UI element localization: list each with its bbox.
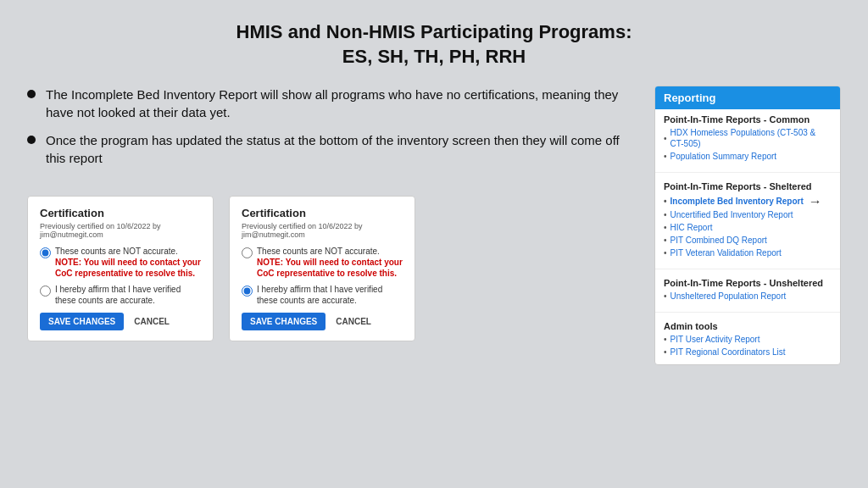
link-uncertified-bed[interactable]: Uncertified Bed Inventory Report (664, 209, 832, 220)
arrow-icon: → (809, 194, 822, 209)
link-hic[interactable]: HIC Report (664, 222, 832, 233)
cert-left-save-button[interactable]: SAVE CHANGES (40, 313, 124, 330)
title-line1: HMIS and Non-HMIS Participating Programs… (27, 20, 841, 45)
bullet-item-1: The Incomplete Bed Inventory Report will… (27, 86, 637, 121)
reporting-header: Reporting (655, 86, 840, 109)
divider-1 (655, 172, 840, 173)
link-pit-user-activity[interactable]: PIT User Activity Report (664, 334, 832, 345)
cert-right-option1-text: These counts are NOT accurate. NOTE: You… (257, 246, 403, 279)
bullet-text-2: Once the program has updated the status … (46, 131, 637, 167)
link-unsheltered-population[interactable]: Unsheltered Population Report (664, 291, 832, 302)
cert-right-option1-row: These counts are NOT accurate. NOTE: You… (242, 246, 403, 279)
bullet-list: The Incomplete Bed Inventory Report will… (27, 86, 637, 177)
cert-left-option1-note: NOTE: You will need to contact your CoC … (55, 258, 201, 278)
cert-right-option2-row: I hereby affirm that I have verified the… (242, 284, 403, 306)
divider-3 (655, 312, 840, 313)
link-hdx[interactable]: HDX Homeless Populations (CT-503 & CT-50… (664, 127, 832, 149)
content-area: The Incomplete Bed Inventory Report will… (27, 86, 841, 474)
link-incomplete-bed[interactable]: Incomplete Bed Inventory Report (664, 196, 804, 207)
section-title-sheltered: Point-In-Time Reports - Sheltered (664, 181, 832, 191)
cert-left-option1-radio[interactable] (40, 247, 51, 258)
cert-left-option2-radio[interactable] (40, 286, 51, 297)
section-title-unsheltered: Point-In-Time Reports - Unsheltered (664, 278, 832, 288)
cert-left-option1-text: These counts are NOT accurate. NOTE: You… (55, 246, 201, 279)
divider-2 (655, 269, 840, 269)
section-title-admin: Admin tools (664, 321, 832, 331)
cert-left-prev: Previously certified on 10/6/2022 by jim… (40, 222, 201, 239)
bullet-item-2: Once the program has updated the status … (27, 131, 637, 167)
bullet-dot-1 (27, 90, 36, 98)
cert-right-buttons: SAVE CHANGES CANCEL (242, 313, 403, 330)
cert-right-cancel-button[interactable]: CANCEL (332, 313, 375, 330)
link-population-summary[interactable]: Population Summary Report (664, 151, 832, 162)
cert-left-buttons: SAVE CHANGES CANCEL (40, 313, 201, 330)
cert-right-option2-radio[interactable] (242, 286, 253, 297)
bullet-text-1: The Incomplete Bed Inventory Report will… (46, 86, 637, 121)
cert-left-cancel-button[interactable]: CANCEL (131, 313, 173, 330)
cert-panels: Certification Previously certified on 10… (27, 196, 637, 341)
report-section-common: Point-In-Time Reports - Common HDX Homel… (655, 109, 840, 169)
cert-right-option1-radio[interactable] (242, 247, 253, 258)
bullet-dot-2 (27, 136, 36, 144)
reporting-sidebar: Reporting Point-In-Time Reports - Common… (654, 86, 841, 365)
cert-right-heading: Certification (242, 207, 403, 219)
link-pit-regional-coordinators[interactable]: PIT Regional Coordinators List (664, 347, 832, 358)
cert-box-left: Certification Previously certified on 10… (27, 196, 214, 341)
left-panel: The Incomplete Bed Inventory Report will… (27, 86, 637, 474)
cert-right-option2-text: I hereby affirm that I have verified the… (257, 284, 403, 306)
section-title-common: Point-In-Time Reports - Common (664, 114, 832, 125)
report-section-admin: Admin tools PIT User Activity Report PIT… (655, 316, 840, 364)
cert-right-prev: Previously certified on 10/6/2022 by jim… (242, 222, 403, 239)
title-line2: ES, SH, TH, PH, RRH (27, 45, 841, 69)
cert-left-heading: Certification (40, 207, 201, 219)
cert-left-option1-row: These counts are NOT accurate. NOTE: You… (40, 246, 201, 279)
incomplete-bed-row: Incomplete Bed Inventory Report → (664, 194, 832, 209)
report-section-sheltered: Point-In-Time Reports - Sheltered Incomp… (655, 176, 840, 265)
cert-left-option2-text: I hereby affirm that I have verified the… (55, 284, 201, 306)
cert-box-right: Certification Previously certified on 10… (229, 196, 415, 341)
report-section-unsheltered: Point-In-Time Reports - Unsheltered Unsh… (655, 273, 840, 308)
slide-title: HMIS and Non-HMIS Participating Programs… (27, 20, 841, 69)
link-pit-veteran[interactable]: PIT Veteran Validation Report (664, 247, 832, 258)
link-pit-combined-dq[interactable]: PIT Combined DQ Report (664, 235, 832, 246)
slide: HMIS and Non-HMIS Participating Programs… (0, 0, 868, 488)
cert-right-save-button[interactable]: SAVE CHANGES (242, 313, 326, 330)
cert-right-option1-note: NOTE: You will need to contact your CoC … (257, 258, 403, 278)
cert-left-option2-row: I hereby affirm that I have verified the… (40, 284, 201, 306)
